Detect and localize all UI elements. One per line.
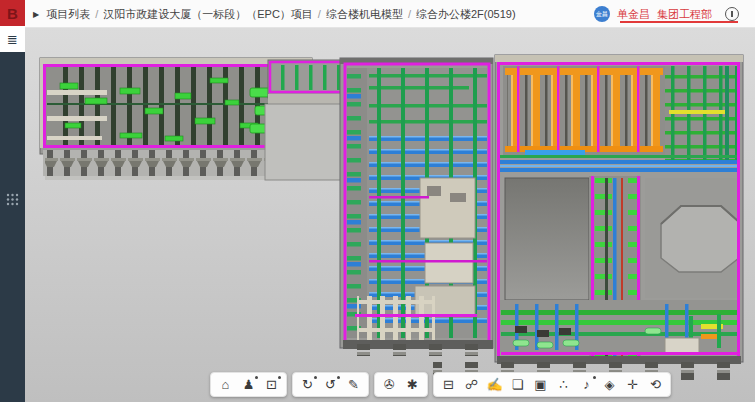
model-viewport[interactable]	[25, 28, 755, 402]
view-home-icon[interactable]: ⌂	[214, 374, 237, 395]
user-box: 金昌 单金昌 集团工程部	[594, 0, 739, 28]
user-underline	[620, 21, 738, 23]
apps-grid-icon[interactable]	[6, 192, 19, 210]
sidebar-item-project-list[interactable]: ≣	[0, 26, 25, 52]
settings-icon[interactable]: ✱	[401, 374, 424, 395]
reset-view-icon[interactable]: ⟲	[644, 374, 667, 395]
model-middle-tower	[340, 58, 493, 356]
walkthrough-icon[interactable]: ♟	[237, 374, 260, 395]
model-tree-icon[interactable]: ∴	[552, 374, 575, 395]
annotate-icon[interactable]: ✍	[483, 374, 506, 395]
breadcrumb: ▶ 项目列表 / 汉阳市政建设大厦（一标段）（EPC）项目 / 综合楼机电模型 …	[33, 0, 516, 28]
save-view-icon[interactable]: ✇	[378, 374, 401, 395]
toolbar-group-orbit: ↻ ↺ ✎	[292, 372, 369, 397]
breadcrumb-model[interactable]: 综合楼机电模型	[326, 7, 403, 22]
rotate-3d-icon[interactable]: ↺	[319, 374, 342, 395]
copy-icon[interactable]: ❏	[506, 374, 529, 395]
sidebar: B ≣	[0, 0, 25, 402]
avatar[interactable]: 金昌	[594, 6, 610, 22]
viewer-toolbar: ⌂ ♟ ⊡ ↻ ↺ ✎ ✇ ✱ ⊟ ☍ ✍ ❏ ▣ ∴ ♪ ◈ ✛ ⟲	[210, 372, 671, 397]
toolbar-group-tools: ⊟ ☍ ✍ ❏ ▣ ∴ ♪ ◈ ✛ ⟲	[433, 372, 671, 397]
power-icon[interactable]	[725, 7, 739, 21]
zoom-window-icon[interactable]: ⊡	[260, 374, 283, 395]
fit-view-icon[interactable]: ✛	[621, 374, 644, 395]
section-icon[interactable]: ⊟	[437, 374, 460, 395]
bim-model-canvas[interactable]	[25, 28, 755, 402]
user-department[interactable]: 集团工程部	[657, 7, 712, 22]
user-name[interactable]: 单金昌	[617, 7, 650, 22]
toolbar-group-navigation: ⌂ ♟ ⊡	[210, 372, 287, 397]
orbit-icon[interactable]: ↻	[296, 374, 319, 395]
model-connector	[265, 60, 352, 180]
focus-icon[interactable]: ▣	[529, 374, 552, 395]
app-logo[interactable]: B	[0, 0, 25, 26]
paint-icon[interactable]: ◈	[598, 374, 621, 395]
breadcrumb-floor: 综合办公楼2F(0519)	[416, 7, 516, 22]
list-icon: ≣	[7, 32, 18, 47]
breadcrumb-project[interactable]: 汉阳市政建设大厦（一标段）（EPC）项目	[103, 7, 313, 22]
share-icon[interactable]: ☍	[460, 374, 483, 395]
viewpoint-icon[interactable]: ♪	[575, 374, 598, 395]
top-bar: ▶ 项目列表 / 汉阳市政建设大厦（一标段）（EPC）项目 / 综合楼机电模型 …	[0, 0, 755, 28]
breadcrumb-collapse-icon[interactable]: ▶	[33, 10, 39, 19]
breadcrumb-project-list[interactable]: 项目列表	[46, 7, 90, 22]
measure-icon[interactable]: ✎	[342, 374, 365, 395]
toolbar-group-view: ✇ ✱	[374, 372, 428, 397]
